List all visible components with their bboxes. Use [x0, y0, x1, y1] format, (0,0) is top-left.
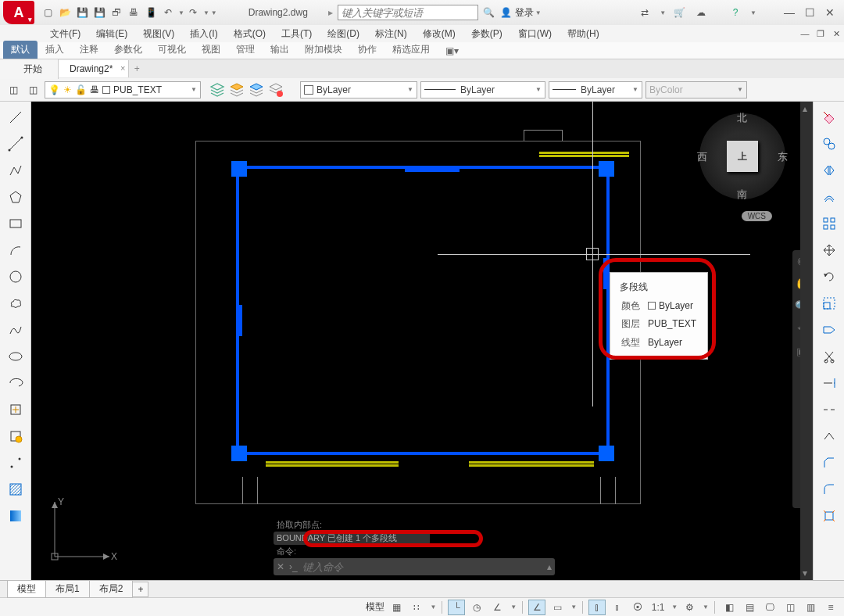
layer-tool-3-icon[interactable]	[248, 81, 265, 98]
wcs-badge[interactable]: WCS	[742, 211, 772, 221]
menu-modify[interactable]: 修改(M)	[415, 26, 463, 42]
command-input[interactable]	[302, 561, 542, 573]
line-tool[interactable]	[5, 106, 27, 128]
viewcube[interactable]: 上 北 南 东 西	[696, 109, 789, 203]
layer-tool-2-icon[interactable]	[228, 81, 245, 98]
plot-icon[interactable]: 🖶	[126, 5, 141, 20]
mobile-icon[interactable]: 📱	[143, 5, 159, 20]
close-button[interactable]: ✕	[822, 5, 838, 20]
chamfer-tool[interactable]	[818, 452, 840, 474]
viewcube-s[interactable]: 南	[737, 188, 747, 202]
layer-tool-1-icon[interactable]	[209, 81, 226, 98]
menu-view[interactable]: 视图(V)	[135, 26, 182, 42]
make-block-tool[interactable]	[5, 425, 27, 447]
circle-tool[interactable]	[5, 266, 27, 288]
cart-icon[interactable]: 🛒	[671, 5, 687, 20]
sb-custom-icon[interactable]: ≡	[822, 600, 839, 615]
ribbon-tab-addins[interactable]: 附加模块	[297, 41, 350, 59]
undo-icon[interactable]: ↶	[160, 5, 176, 20]
ribbon-tab-extra-icon[interactable]: ▣▾	[438, 43, 467, 59]
command-line[interactable]: ✕ ›_ ▴	[274, 558, 555, 575]
sb-clean-icon[interactable]: ▥	[802, 600, 819, 615]
arc-tool[interactable]	[5, 239, 27, 261]
menu-dimension[interactable]: 标注(N)	[367, 26, 415, 42]
polyline-tool[interactable]	[5, 159, 27, 181]
construction-line-tool[interactable]	[5, 133, 27, 155]
v-scrollbar[interactable]: ▴▾	[800, 102, 813, 580]
sb-annoscale-icon[interactable]: ⦿	[629, 600, 646, 615]
stretch-tool[interactable]	[818, 319, 840, 341]
sb-gear-icon[interactable]: ⚙	[681, 600, 698, 615]
cmd-up-icon[interactable]: ▴	[547, 561, 552, 572]
ribbon-tab-collab[interactable]: 协作	[350, 41, 384, 59]
sb-polar-icon[interactable]: ◷	[468, 600, 485, 615]
array-tool[interactable]	[818, 213, 840, 235]
point-tool[interactable]	[5, 452, 27, 474]
scale-tool[interactable]	[818, 292, 840, 314]
search-input[interactable]	[338, 5, 478, 20]
linetype-dropdown[interactable]: ByLayer▼	[549, 81, 642, 98]
menu-window[interactable]: 窗口(W)	[510, 26, 560, 42]
menu-file[interactable]: 文件(F)	[42, 26, 88, 42]
search-icon[interactable]: 🔍	[481, 5, 497, 20]
rectangle-tool[interactable]	[5, 213, 27, 235]
user-icon[interactable]: 👤	[499, 5, 514, 20]
viewcube-e[interactable]: 东	[778, 150, 788, 164]
ribbon-tab-output[interactable]: 输出	[263, 41, 297, 59]
ribbon-tab-view[interactable]: 视图	[194, 41, 228, 59]
color-dropdown[interactable]: ByLayer▼	[300, 81, 417, 98]
minimize-button[interactable]: —	[781, 5, 797, 20]
sb-snap-icon[interactable]: ∷	[408, 600, 425, 615]
sb-monitor-icon[interactable]: 🖵	[761, 600, 778, 615]
extend-tool[interactable]	[818, 372, 840, 394]
cmd-chevron-icon[interactable]: ›_	[289, 561, 298, 572]
sb-transparency-icon[interactable]: ⫾	[609, 600, 626, 615]
exchange-icon[interactable]: ⇄	[637, 5, 653, 20]
layout-tab-2[interactable]: 布局2	[89, 580, 134, 598]
save-icon[interactable]: 💾	[74, 5, 90, 20]
doc-tab-close-icon[interactable]: ×	[120, 63, 125, 73]
qat-more-icon[interactable]: ▼	[211, 9, 217, 16]
status-space[interactable]: 模型	[366, 600, 384, 614]
copy-tool[interactable]	[818, 133, 840, 155]
web-icon[interactable]: 🗗	[109, 5, 124, 20]
sb-osnap-icon[interactable]: ∠	[528, 600, 545, 615]
redo-icon[interactable]: ↷	[185, 5, 201, 20]
layout-tab-add[interactable]: +	[132, 582, 148, 597]
move-tool[interactable]	[818, 239, 840, 261]
saveas-icon[interactable]: 💾	[91, 5, 107, 20]
menu-format[interactable]: 格式(O)	[226, 26, 274, 42]
join-tool[interactable]	[818, 425, 840, 447]
drawing-canvas[interactable]: 多段线 颜色ByLayer 图层PUB_TEXT 线型ByLayer 拾取内部点…	[31, 102, 813, 580]
sb-ortho-icon[interactable]: └	[448, 600, 465, 615]
sb-isolate-icon[interactable]: ◫	[781, 600, 799, 615]
sb-ws-icon[interactable]: ▤	[741, 600, 758, 615]
ellipse-tool[interactable]	[5, 346, 27, 367]
sb-2d-icon[interactable]: ▭	[549, 600, 566, 615]
help-icon[interactable]: ?	[728, 5, 743, 20]
open-icon[interactable]: 📂	[57, 5, 73, 20]
menu-param[interactable]: 参数(P)	[463, 26, 510, 42]
mdi-restore-button[interactable]: ❐	[813, 26, 828, 41]
sb-iso-icon[interactable]: ∠	[488, 600, 506, 615]
menu-draw[interactable]: 绘图(D)	[320, 26, 367, 42]
ribbon-tab-parametric[interactable]: 参数化	[106, 41, 150, 59]
login-link[interactable]: 登录	[515, 6, 534, 20]
doc-tab-start[interactable]: 开始	[0, 59, 59, 79]
spline-tool[interactable]	[5, 319, 27, 341]
new-icon[interactable]: ▢	[40, 5, 55, 20]
insert-block-tool[interactable]	[5, 399, 27, 421]
layer-props-icon[interactable]: ◫	[5, 81, 22, 98]
layer-tool-4-icon[interactable]	[267, 81, 284, 98]
maximize-button[interactable]: ☐	[802, 5, 817, 20]
ribbon-tab-featured[interactable]: 精选应用	[384, 41, 438, 59]
break-tool[interactable]	[818, 399, 840, 421]
ellipse-arc-tool[interactable]	[5, 372, 27, 394]
sb-lwt-icon[interactable]: ⫿	[588, 600, 606, 615]
sb-grid-icon[interactable]: ▦	[388, 600, 405, 615]
menu-insert[interactable]: 插入(I)	[182, 26, 225, 42]
hatch-tool[interactable]	[5, 478, 27, 500]
ribbon-tab-manage[interactable]: 管理	[228, 41, 263, 59]
layer-dropdown[interactable]: 💡 ☀ 🔓 🖶 PUB_TEXT ▼	[45, 81, 201, 98]
ribbon-tab-default[interactable]: 默认	[3, 41, 38, 59]
